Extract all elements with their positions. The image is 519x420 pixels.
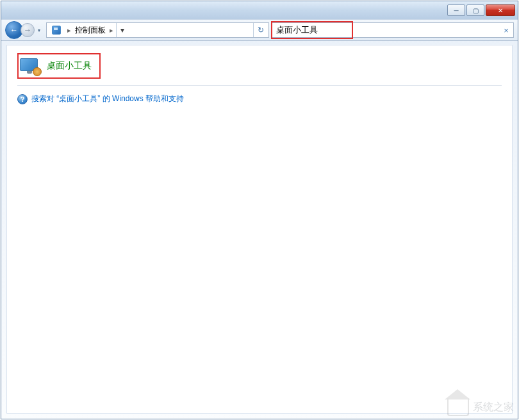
arrow-left-icon: ←	[10, 26, 18, 35]
breadcrumb-separator: ▸	[65, 26, 74, 35]
address-bar[interactable]: ▸ 控制面板 ▸ ▾ ↻	[46, 22, 269, 38]
help-icon: ?	[17, 94, 28, 104]
maximize-icon: ▢	[473, 7, 479, 14]
desktop-gadgets-icon	[20, 57, 40, 75]
chevron-down-icon: ▾	[120, 26, 124, 35]
control-panel-window: ─ ▢ ✕ ← → ▾ ▸ 控制面板 ▸ ▾	[1, 1, 518, 419]
windows-help-link[interactable]: ? 搜索对 “桌面小工具” 的 Windows 帮助和支持	[17, 93, 502, 104]
nav-buttons: ← → ▾	[5, 21, 44, 39]
clear-icon: ×	[504, 26, 509, 35]
minimize-button[interactable]: ─	[447, 4, 465, 16]
content-area: 桌面小工具 ? 搜索对 “桌面小工具” 的 Windows 帮助和支持	[6, 45, 513, 414]
search-result-desktop-gadgets[interactable]: 桌面小工具	[17, 53, 98, 79]
search-result-title: 桌面小工具	[47, 60, 92, 72]
navigation-bar: ← → ▾ ▸ 控制面板 ▸ ▾ ↻ ×	[1, 19, 518, 41]
control-panel-icon	[51, 24, 62, 36]
arrow-right-icon: →	[24, 26, 31, 35]
clear-search-button[interactable]: ×	[499, 23, 513, 37]
minimize-icon: ─	[454, 7, 458, 14]
refresh-button[interactable]: ↻	[253, 23, 267, 37]
search-bar: ×	[272, 22, 514, 38]
breadcrumb-location[interactable]: 控制面板	[74, 25, 107, 36]
divider	[17, 85, 502, 86]
close-button[interactable]: ✕	[486, 4, 515, 16]
maximize-button[interactable]: ▢	[466, 4, 484, 16]
search-input[interactable]	[272, 23, 499, 37]
refresh-icon: ↻	[258, 26, 264, 35]
history-dropdown-button[interactable]: ▾	[35, 23, 44, 37]
chevron-down-icon: ▾	[38, 28, 40, 33]
forward-button[interactable]: →	[21, 23, 35, 37]
breadcrumb-separator[interactable]: ▸	[107, 26, 116, 35]
address-dropdown-button[interactable]: ▾	[116, 23, 128, 37]
help-link-text: 搜索对 “桌面小工具” 的 Windows 帮助和支持	[31, 93, 184, 104]
titlebar: ─ ▢ ✕	[1, 1, 518, 19]
close-icon: ✕	[498, 7, 503, 14]
